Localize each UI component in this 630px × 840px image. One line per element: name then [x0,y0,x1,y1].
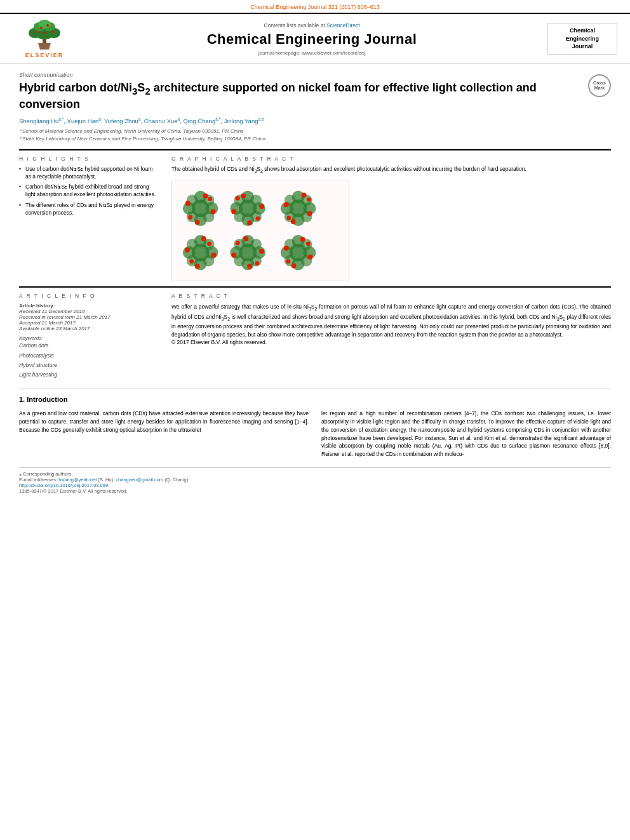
issn-line: 1385-8947/© 2017 Elsevier B.V. All right… [19,488,611,494]
graphical-abstract-col: G R A P H I C A L A B S T R A C T The ob… [171,156,611,282]
svg-point-55 [291,219,296,224]
svg-point-82 [250,239,262,250]
intro-left-text: As a green and low cost material, carbon… [19,410,309,434]
elsevier-logo-area: ELSEVIER [13,19,76,58]
svg-point-70 [195,264,200,269]
svg-point-25 [195,220,200,225]
svg-point-41 [231,209,236,214]
journal-title: Chemical Engineering Journal [76,31,547,48]
doi-line: http://dx.doi.org/10.1016/j.cej.2017.03.… [19,483,611,488]
svg-point-42 [241,194,246,199]
keywords-list: Carbon dots Photocatalysis Hybrid struct… [19,341,159,380]
svg-point-102 [300,237,305,242]
keyword-4: Light harvesting [19,371,57,378]
crossmark-icon: CrossMark [588,74,611,97]
svg-marker-1 [38,43,51,50]
affiliations: ᵃ School of Material Science and Enginee… [19,128,611,143]
svg-point-10 [51,30,54,33]
highlight-item: Use of carbon dot/Ni₃S₂ hybrid supported… [19,166,159,181]
sciencedirect-link[interactable]: ScienceDirect [326,22,359,29]
affiliation-a: ᵃ School of Material Science and Enginee… [19,128,244,134]
svg-point-74 [189,259,194,263]
svg-point-88 [236,241,240,246]
intro-text-section: As a green and low cost material, carbon… [19,410,611,458]
svg-point-84 [259,249,264,254]
highlights-list: Use of carbon dot/Ni₃S₂ hybrid supported… [19,166,159,217]
svg-point-13 [43,32,46,34]
copyright-text: © 2017 Elsevier B.V. All rights reserved… [171,339,267,345]
abstract-label: A B S T R A C T [171,293,611,299]
graphical-image [171,180,349,281]
article-history: Article history: Received 11 December 20… [19,303,159,331]
graphical-abstract-text: The obtained hybrid of CDs and Ni3S2 sho… [171,166,611,175]
journal-reference: Chemical Engineering Journal 321 (2017) … [250,4,380,10]
journal-logo-right: ChemicalEngineeringJournal [547,23,617,55]
graphical-svg [172,180,349,281]
keyword-1: Carbon dots [19,342,48,349]
keyword-2: Photocatalysis [19,352,54,359]
svg-point-89 [255,261,260,265]
svg-point-100 [292,263,297,269]
svg-point-85 [247,264,252,269]
article-body: Short communication Hybrid carbon dot/Ni… [0,64,630,502]
svg-point-24 [211,209,216,214]
intro-number: 1. [19,396,25,403]
email2-link[interactable]: changneu@gmail.com [116,477,163,483]
intro-right-col: let region and a high number of recombin… [321,410,611,458]
abstract-text: We offer a powerful strategy that makes … [171,303,611,347]
homepage-line: journal homepage: www.elsevier.com/locat… [76,50,547,56]
svg-point-40 [247,220,252,225]
elsevier-label: ELSEVIER [25,52,64,58]
svg-point-83 [234,239,245,250]
keywords-section: Keywords: Carbon dots Photocatalysis Hyb… [19,335,159,380]
svg-point-28 [208,197,212,201]
highlights-col: H I G H L I G H T S Use of carbon dot/Ni… [19,156,159,282]
contents-text: Contents lists available at [264,22,326,29]
svg-point-9 [35,30,37,33]
keywords-label: Keywords: [19,335,159,341]
journal-header: ELSEVIER Contents lists available at Sci… [0,13,630,64]
svg-point-35 [250,211,262,222]
article-info-label: A R T I C L E I N F O [19,293,159,299]
email1-name: (S. Hu), [98,477,114,483]
highlights-label: H I G H L I G H T S [19,156,159,162]
email2-name: (Q. Chang). [164,477,189,483]
svg-point-87 [243,236,248,241]
intro-title: Introduction [27,396,67,403]
authors-line: Shengliang Hua,*, Xuejun Hana, Yufeng Zh… [19,117,611,124]
affiliation-b: ᵇ State Key Laboratory of New Ceramics a… [19,136,265,142]
history-label: Article history: [19,303,55,309]
corresponding-note: ⁎ Corresponding authors. [19,471,611,477]
highlights-graphical-section: H I G H L I G H T S Use of carbon dot/Ni… [19,156,611,282]
article-title: Hybrid carbon dot/Ni3S2 architecture sup… [19,81,582,112]
thin-separator-1 [19,389,611,389]
doi-link[interactable]: http://dx.doi.org/10.1016/j.cej.2017.03.… [19,483,108,488]
corresponding-symbol: ⁎ Corresponding authors. [19,471,72,477]
svg-point-44 [256,217,260,221]
highlight-item: Carbon dot/Ni₃S₂ hybrid exhibited broad … [19,183,159,199]
intro-section-title: 1. Introduction [19,396,611,403]
thick-separator-2 [19,286,611,288]
svg-point-12 [46,24,49,27]
svg-point-72 [201,236,206,241]
intro-left-col: As a green and low cost material, carbon… [19,410,309,458]
highlight-item: The different roles of CDs and Ni₃S₂ pla… [19,202,159,217]
svg-point-39 [259,204,264,210]
svg-point-43 [236,196,240,201]
footnote-area: ⁎ Corresponding authors. E-mail addresse… [19,467,611,494]
svg-point-86 [231,253,236,258]
svg-point-8 [38,20,51,29]
svg-point-73 [207,242,211,246]
svg-point-69 [211,253,217,258]
email1-link[interactable]: hsliang@yeah.net [58,477,97,483]
short-comm-label: Short communication [19,72,611,78]
intro-right-text: let region and a high number of recombin… [321,410,611,458]
email-label: E-mail addresses: [19,477,57,483]
available-date: Available online 23 March 2017 [19,326,90,331]
svg-point-37 [250,195,262,206]
svg-point-58 [307,197,311,202]
accepted-date: Accepted 21 March 2017 [19,320,76,326]
elsevier-tree-icon [22,19,67,51]
svg-point-99 [307,255,312,260]
svg-point-11 [40,27,43,29]
